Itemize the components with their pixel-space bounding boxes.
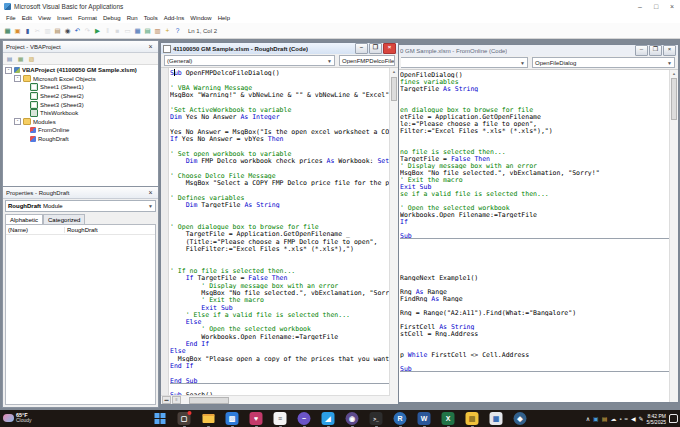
property-row[interactable]: (Name) RoughDraft [6, 225, 155, 235]
start-icon[interactable] [154, 412, 167, 425]
vertical-scroll-thumb[interactable] [391, 77, 397, 101]
loop-app-icon[interactable]: ~ [298, 412, 311, 425]
terminal-icon[interactable]: >_ [370, 412, 383, 425]
minimize-button[interactable]: – [632, 0, 648, 13]
github-icon[interactable]: ◉ [346, 412, 359, 425]
tray-chevron-icon[interactable]: ∧ [586, 416, 590, 422]
properties-window-icon[interactable]: ▤ [143, 25, 152, 36]
scroll-up-icon[interactable]: ▲ [390, 68, 398, 75]
menu-run[interactable]: Run [124, 15, 141, 21]
vscode-icon[interactable]: ◢ [322, 412, 335, 425]
menu-format[interactable]: Format [75, 15, 100, 21]
code-editor-area[interactable]: OpenFileDialog()fines variablesTargetFil… [398, 70, 678, 402]
menu-tools[interactable]: Tools [141, 15, 161, 21]
tray-teams-icon[interactable]: ▣ [593, 416, 599, 422]
help-icon[interactable]: ? [173, 25, 182, 36]
full-module-view-button[interactable]: ≡ [172, 396, 181, 404]
tree-expander-icon[interactable]: - [14, 118, 21, 125]
code-text[interactable]: OpenFileDialog()fines variablesTargetFil… [400, 71, 669, 402]
undo-icon[interactable]: ↶ [73, 25, 82, 36]
tree-expander-icon[interactable]: - [5, 67, 12, 74]
tray-store-icon[interactable]: ▤ [602, 416, 608, 422]
menu-addins[interactable]: Add-Ins [161, 15, 188, 21]
volume-icon[interactable]: ◀ [631, 416, 636, 422]
find-icon[interactable]: ◉ [63, 25, 72, 36]
scroll-up-icon[interactable]: ▲ [670, 70, 678, 77]
paste-icon[interactable]: ▤ [53, 25, 62, 36]
toggle-folders-icon[interactable]: ▨ [27, 54, 36, 63]
tree-item-vbaproject-41100050-gm-sample-xlsm-[interactable]: -VBAProject (41100050 GM Sample.xlsm) [3, 66, 158, 75]
code-close-button[interactable]: × [383, 43, 396, 54]
tree-item-modules[interactable]: -Modules [3, 118, 158, 127]
sticky-notes-icon[interactable]: ▤ [466, 412, 479, 425]
excel-icon[interactable]: X [442, 412, 455, 425]
photos-icon[interactable]: ▨ [226, 412, 239, 425]
maximize-button[interactable]: □ [648, 0, 664, 13]
tree-item-sheet2-sheet2-[interactable]: Sheet2 (Sheet2) [3, 92, 158, 101]
code-window-fromonline-titlebar[interactable]: 0 GM Sample.xlsm - FromOnline (Code) – ❐… [398, 45, 678, 56]
horizontal-scroll-thumb[interactable] [189, 397, 229, 404]
vertical-scrollbar[interactable]: ▲ [389, 68, 398, 396]
tree-item-microsoft-excel-objects[interactable]: -Microsoft Excel Objects [3, 75, 158, 84]
menu-view[interactable]: View [35, 15, 54, 21]
menu-help[interactable]: Help [215, 15, 233, 21]
object-combo[interactable]: (General) ▼ [164, 55, 335, 66]
code-restore-button[interactable]: ❐ [369, 43, 382, 54]
tab-alphabetic[interactable]: Alphabetic [5, 214, 43, 224]
tree-expander-icon[interactable]: - [14, 75, 21, 82]
notepad-icon[interactable]: ≡ [274, 412, 287, 425]
postgresql-icon[interactable]: ◆ [514, 412, 527, 425]
menu-window[interactable]: Window [187, 15, 214, 21]
toolbox-icon[interactable]: + [163, 25, 172, 36]
pen-icon[interactable]: ✎ [639, 416, 644, 422]
code-text[interactable]: Sub OpenFMPDelcoFileDialog() ' VBA Warni… [170, 69, 389, 396]
vertical-scrollbar[interactable]: ▲ [669, 70, 678, 402]
close-button[interactable]: × [664, 0, 680, 13]
wifi-icon[interactable]: ≈ [625, 416, 628, 422]
file-explorer-icon[interactable] [202, 412, 215, 425]
project-panel-close-icon[interactable]: × [146, 43, 155, 50]
code-minimize-button[interactable]: – [355, 43, 368, 54]
procedure-combo[interactable]: OpenFileDialog ▼ [532, 57, 675, 68]
word-icon[interactable]: W [418, 412, 431, 425]
tree-item-roughdraft[interactable]: RoughDraft [3, 135, 158, 144]
procedure-combo[interactable]: OpenFMPDelcoFileDialog ▼ [339, 55, 395, 66]
tree-item-thisworkbook[interactable]: ThisWorkbook [3, 109, 158, 118]
tree-item-fromonline[interactable]: FromOnline [3, 126, 158, 135]
menu-edit[interactable]: Edit [19, 15, 35, 21]
properties-object-selector[interactable]: RoughDraft Module ▼ [5, 200, 156, 212]
object-combo[interactable]: ▼ [401, 57, 528, 68]
menu-insert[interactable]: Insert [54, 15, 75, 21]
menu-debug[interactable]: Debug [100, 15, 124, 21]
tab-categorized[interactable]: Categorized [43, 214, 85, 224]
code-close-button[interactable]: × [663, 45, 676, 56]
save-icon[interactable]: ▮ [23, 25, 32, 36]
tv-app-icon[interactable]: ▢ [178, 412, 191, 425]
vertical-scroll-thumb[interactable] [671, 78, 677, 120]
run-icon[interactable]: ▶ [93, 25, 102, 36]
weather-widget[interactable]: 65°F Cloudy [3, 412, 32, 424]
horizontal-scrollbar[interactable]: ▬ ≡ [161, 395, 390, 404]
grid-app-icon[interactable]: ▦ [490, 412, 503, 425]
tree-item-sheet1-sheet1-[interactable]: Sheet1 (Sheet1) [3, 83, 158, 92]
properties-panel-close-icon[interactable]: × [146, 189, 155, 196]
object-browser-icon[interactable]: ▥ [153, 25, 162, 36]
code-margin-strip[interactable] [161, 68, 169, 404]
taskbar-clock[interactable]: 8:42 PM 5/5/2025 [647, 413, 666, 425]
onedrive-icon[interactable]: ☁ [610, 416, 616, 422]
r-app-icon[interactable]: R [394, 412, 407, 425]
tray-device-icon[interactable]: ▪ [619, 416, 621, 422]
paint-heart-icon[interactable]: ♥ [250, 412, 263, 425]
menu-file[interactable]: File [3, 15, 19, 21]
project-explorer-icon[interactable]: ▦ [133, 25, 142, 36]
view-object-icon[interactable]: ▦ [16, 54, 25, 63]
procedure-view-button[interactable]: ▬ [162, 396, 171, 404]
code-restore-button[interactable]: ❐ [649, 45, 662, 56]
code-editor-area[interactable]: Sub OpenFMPDelcoFileDialog() ' VBA Warni… [161, 68, 398, 404]
code-window-roughdraft-titlebar[interactable]: 41100050 GM Sample.xlsm - RoughDraft (Co… [161, 43, 398, 54]
tree-item-sheet3-sheet3-[interactable]: Sheet3 (Sheet3) [3, 100, 158, 109]
insert-userform-icon[interactable]: ▣ [13, 25, 22, 36]
code-minimize-button[interactable]: – [635, 45, 648, 56]
view-code-icon[interactable]: ▤ [5, 54, 14, 63]
view-excel-icon[interactable]: ▦ [3, 25, 12, 36]
